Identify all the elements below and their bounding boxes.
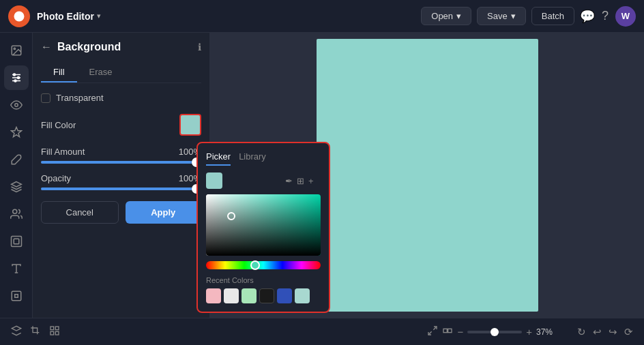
save-button[interactable]: Save ▾ [477, 7, 526, 25]
undo-icon[interactable]: ↩ [593, 326, 602, 338]
sidebar-icon-text[interactable] [4, 256, 29, 281]
hex-swatch [206, 172, 222, 189]
batch-button[interactable]: Batch [531, 7, 574, 25]
fill-tabs: Fill Erase [41, 63, 201, 83]
gradient-canvas[interactable] [206, 194, 321, 256]
tab-erase[interactable]: Erase [77, 63, 125, 82]
color-picker-popup: Picker Library #95CFC9 ✒ ⊞ + Recent Co [196, 142, 330, 313]
refresh-icon[interactable]: ↻ [577, 326, 586, 338]
transparent-checkbox[interactable] [41, 93, 50, 103]
topbar-right: 💬 ? W [580, 6, 636, 27]
transparent-row: Transparent [41, 93, 201, 103]
title-chevron: ▾ [97, 12, 101, 20]
svg-rect-20 [55, 327, 59, 330]
redo-icon[interactable]: ↪ [609, 326, 617, 338]
recent-swatch-5[interactable] [295, 288, 310, 303]
fill-color-swatch[interactable] [179, 114, 201, 136]
zoom-controls: − + 37% [427, 325, 561, 338]
recent-swatch-0[interactable] [206, 288, 221, 303]
help-icon[interactable]: ? [602, 9, 609, 23]
info-button[interactable]: ℹ [198, 42, 201, 52]
tool-panel-header: ← Background ℹ [41, 41, 201, 53]
fill-amount-row: Fill Amount 100% [41, 147, 201, 164]
picker-tab-library[interactable]: Library [239, 151, 266, 166]
picker-tabs: Picker Library [206, 151, 321, 166]
panel-title: Background [57, 41, 192, 53]
svg-point-6 [13, 74, 15, 76]
expand-icon[interactable] [442, 325, 453, 338]
picker-tab-picker[interactable]: Picker [206, 151, 231, 166]
sidebar-icon-effects[interactable] [4, 284, 29, 308]
transparent-label: Transparent [56, 93, 104, 103]
add-icon[interactable]: + [308, 176, 314, 186]
svg-rect-25 [443, 329, 447, 332]
fill-color-row: Fill Color [41, 114, 201, 136]
recent-colors-label: Recent Colors [206, 276, 321, 284]
sidebar-icon-people[interactable] [4, 202, 29, 226]
hex-input[interactable]: #95CFC9 [226, 176, 281, 186]
sidebar-icon-eye[interactable] [4, 93, 29, 117]
layers-bottom-icon[interactable] [11, 325, 22, 338]
svg-line-24 [428, 331, 432, 335]
grid-icon[interactable]: ⊞ [297, 176, 304, 186]
svg-line-23 [434, 327, 437, 330]
gradient-cursor[interactable] [227, 212, 235, 220]
back-button[interactable]: ← [41, 41, 52, 53]
sidebar-icon-magic[interactable] [4, 120, 29, 145]
cancel-button[interactable]: Cancel [41, 201, 119, 224]
fit-screen-icon[interactable] [427, 325, 438, 338]
tab-fill[interactable]: Fill [41, 63, 77, 82]
eyedropper-icon[interactable]: ✒ [285, 176, 293, 186]
recent-swatch-4[interactable] [277, 288, 292, 303]
fill-amount-slider[interactable] [41, 161, 201, 164]
fill-color-label: Fill Color [41, 120, 76, 130]
open-button[interactable]: Open ▾ [421, 7, 471, 25]
fill-amount-label: Fill Amount [41, 147, 85, 157]
crop-icon[interactable] [30, 325, 41, 338]
sidebar-icon-photos[interactable] [4, 38, 29, 63]
svg-marker-18 [12, 326, 20, 331]
app-logo [8, 5, 30, 27]
svg-point-2 [14, 48, 15, 49]
hue-slider[interactable] [206, 261, 321, 269]
recent-swatch-1[interactable] [224, 288, 239, 303]
sidebar-icon-adjust[interactable] [4, 65, 29, 90]
recent-swatch-2[interactable] [241, 288, 257, 303]
sidebar-icon-layers[interactable] [4, 175, 29, 199]
apply-button[interactable]: Apply [126, 201, 202, 224]
grid-bottom-icon[interactable] [49, 325, 60, 338]
opacity-label: Opacity [41, 173, 71, 183]
chat-icon[interactable]: 💬 [580, 9, 595, 24]
hex-row: #95CFC9 ✒ ⊞ + [206, 172, 321, 189]
sidebar-icon-brush[interactable] [4, 147, 29, 172]
action-buttons: Cancel Apply [41, 201, 201, 224]
topbar: Photo Editor ▾ Open ▾ Save ▾ Batch 💬 ? W [0, 0, 644, 33]
svg-rect-22 [55, 331, 59, 335]
zoom-out-icon[interactable]: − [457, 326, 463, 338]
svg-rect-13 [11, 237, 21, 247]
recent-swatch-3[interactable] [259, 288, 274, 303]
svg-point-0 [14, 11, 25, 21]
opacity-row: Opacity 100% [41, 173, 201, 190]
main: ← Background ℹ Fill Erase Transparent Fi… [0, 33, 644, 318]
save-chevron: ▾ [511, 11, 516, 21]
history-icon[interactable]: ⟳ [624, 326, 633, 338]
app-title: Photo Editor [37, 11, 94, 22]
opacity-slider[interactable] [41, 188, 201, 190]
tool-panel: ← Background ℹ Fill Erase Transparent Fi… [33, 33, 210, 318]
svg-rect-17 [12, 291, 21, 301]
svg-rect-26 [448, 329, 452, 332]
sidebar-icon-image[interactable] [4, 229, 29, 254]
svg-point-7 [17, 77, 19, 79]
user-avatar[interactable]: W [615, 6, 636, 27]
svg-rect-21 [50, 331, 54, 335]
recent-swatches [206, 288, 321, 303]
svg-point-12 [12, 209, 16, 213]
zoom-in-icon[interactable]: + [526, 326, 532, 338]
bottombar: − + 37% ↻ ↩ ↪ ⟳ [0, 318, 644, 345]
bottom-right-icons: ↻ ↩ ↪ ⟳ [577, 326, 633, 338]
zoom-slider[interactable] [467, 331, 522, 333]
zoom-thumb[interactable] [491, 328, 499, 336]
canvas-image [317, 39, 538, 312]
hue-thumb[interactable] [250, 260, 260, 270]
